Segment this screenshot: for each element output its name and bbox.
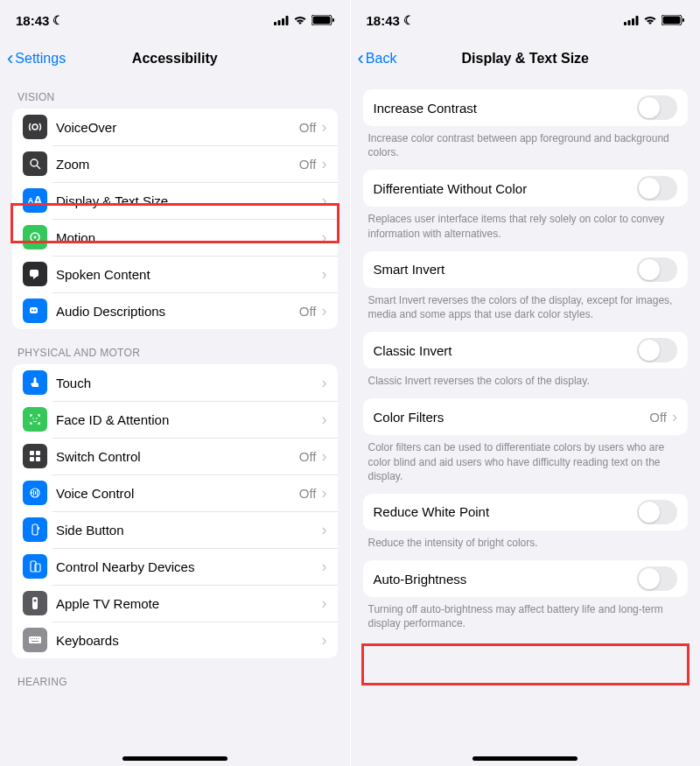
status-time: 18:43 [16, 13, 49, 28]
row-voiceover[interactable]: VoiceOver Off › [12, 109, 338, 145]
content-scroll[interactable]: VISION VoiceOver Off › Zoom Off › AA Dis… [0, 77, 350, 766]
svg-point-15 [34, 310, 36, 312]
row-auto-brightness[interactable]: Auto-Brightness [363, 560, 689, 597]
svg-line-9 [37, 165, 40, 169]
row-display-text-size[interactable]: AA Display & Text Size › [12, 182, 338, 219]
row-faceid[interactable]: Face ID & Attention › [12, 401, 338, 438]
wifi-icon [643, 15, 657, 25]
row-control-nearby[interactable]: Control Nearby Devices › [12, 548, 338, 585]
svg-rect-24 [33, 490, 34, 495]
text-size-icon: AA [23, 188, 47, 213]
wifi-icon [293, 15, 307, 25]
svg-rect-12 [30, 270, 38, 277]
focus-moon-icon: ☾ [52, 13, 64, 27]
svg-rect-5 [312, 17, 330, 25]
back-button[interactable]: ‹ Back [358, 49, 397, 68]
chevron-right-icon: › [322, 594, 327, 613]
switch-control-icon [23, 444, 47, 468]
row-label: Control Nearby Devices [56, 559, 322, 574]
svg-point-32 [34, 600, 37, 602]
back-button[interactable]: ‹ Settings [7, 49, 66, 68]
home-indicator[interactable] [472, 756, 578, 761]
group-header-vision: VISION [18, 91, 332, 103]
row-value: Off [299, 486, 317, 501]
row-switch-control[interactable]: Switch Control Off › [12, 438, 338, 474]
zoom-icon [23, 151, 47, 176]
svg-rect-38 [38, 638, 38, 639]
chevron-right-icon: › [322, 374, 327, 392]
status-icons [274, 15, 334, 25]
battery-icon [312, 15, 334, 25]
home-indicator[interactable] [122, 756, 228, 761]
row-touch[interactable]: Touch › [12, 364, 338, 401]
audio-descriptions-icon [23, 299, 47, 323]
row-label: Side Button [56, 523, 322, 538]
svg-point-7 [32, 124, 38, 130]
row-keyboards[interactable]: Keyboards › [12, 622, 338, 658]
toggle[interactable] [637, 500, 677, 524]
row-label: Display & Text Size [56, 193, 322, 208]
nav-bar: ‹ Settings Accessibility [0, 40, 350, 77]
back-label: Back [366, 51, 397, 67]
svg-rect-2 [282, 18, 284, 25]
row-label: Reduce White Point [374, 504, 638, 519]
svg-rect-45 [663, 17, 681, 25]
chevron-right-icon: › [672, 408, 677, 426]
battery-icon [662, 15, 684, 25]
toggle[interactable] [637, 566, 677, 591]
row-spoken-content[interactable]: Spoken Content › [12, 256, 338, 292]
content-scroll[interactable]: Increase Contrast Increase color contras… [351, 77, 701, 766]
svg-rect-34 [31, 638, 32, 639]
row-footer: Replaces user interface items that rely … [368, 212, 683, 240]
row-zoom[interactable]: Zoom Off › [12, 145, 338, 182]
row-reduce-white-point[interactable]: Reduce White Point [363, 494, 689, 531]
cellular-signal-icon [274, 16, 289, 25]
toggle[interactable] [637, 338, 677, 362]
row-footer: Increase color contrast between app fore… [368, 131, 683, 159]
row-voice-control[interactable]: Voice Control Off › [12, 474, 338, 511]
svg-rect-26 [37, 490, 38, 495]
svg-point-14 [32, 310, 33, 312]
svg-rect-35 [32, 638, 33, 639]
row-apple-tv-remote[interactable]: Apple TV Remote › [12, 585, 338, 622]
chevron-right-icon: › [322, 558, 327, 576]
row-value: Off [299, 157, 317, 172]
row-side-button[interactable]: Side Button › [12, 511, 338, 548]
row-label: Audio Descriptions [56, 304, 299, 319]
row-differentiate-color[interactable]: Differentiate Without Color [363, 170, 689, 207]
motion-icon [23, 225, 47, 249]
row-smart-invert[interactable]: Smart Invert [363, 251, 689, 288]
row-label: Smart Invert [374, 262, 638, 277]
row-audio-descriptions[interactable]: Audio Descriptions Off › [12, 292, 338, 329]
toggle[interactable] [637, 257, 677, 282]
toggle[interactable] [637, 176, 677, 200]
row-footer: Reduce the intensity of bright colors. [368, 536, 683, 550]
group-header-hearing: HEARING [18, 676, 332, 688]
keyboards-icon [23, 628, 47, 652]
side-button-icon [23, 517, 47, 542]
row-label: Spoken Content [56, 267, 322, 282]
status-bar: 18:43 ☾ [0, 0, 350, 40]
cellular-signal-icon [624, 16, 639, 25]
row-increase-contrast[interactable]: Increase Contrast [363, 89, 689, 126]
nav-bar: ‹ Back Display & Text Size [351, 40, 701, 77]
row-label: Classic Invert [374, 343, 638, 358]
chevron-right-icon: › [322, 118, 327, 137]
voiceover-icon [23, 115, 47, 139]
row-classic-invert[interactable]: Classic Invert [363, 332, 689, 369]
svg-rect-41 [628, 20, 631, 25]
svg-rect-3 [285, 16, 288, 25]
row-label: Touch [56, 376, 322, 390]
chevron-right-icon: › [322, 302, 327, 320]
svg-rect-43 [636, 16, 639, 25]
toggle[interactable] [637, 95, 677, 120]
spoken-content-icon [23, 262, 47, 286]
row-motion[interactable]: Motion › [12, 219, 338, 256]
chevron-left-icon: ‹ [7, 49, 13, 68]
svg-rect-40 [624, 22, 626, 25]
focus-moon-icon: ☾ [403, 13, 415, 27]
svg-point-8 [31, 159, 38, 166]
svg-point-17 [36, 418, 38, 419]
row-color-filters[interactable]: Color Filters Off › [363, 398, 689, 435]
row-label: Face ID & Attention [56, 412, 322, 427]
